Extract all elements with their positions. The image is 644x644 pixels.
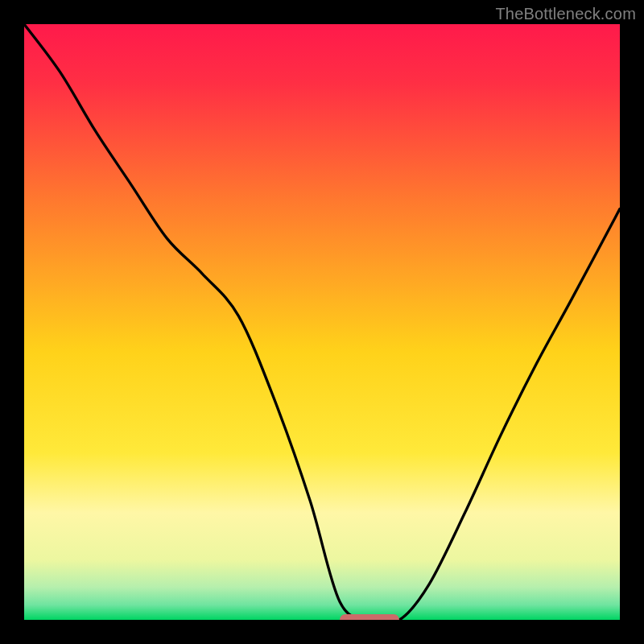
optimal-range-marker — [340, 614, 399, 620]
bottleneck-curve — [24, 24, 620, 620]
watermark-text: TheBottleneck.com — [495, 5, 636, 23]
plot-area — [24, 24, 620, 620]
chart-frame: TheBottleneck.com — [0, 0, 644, 644]
